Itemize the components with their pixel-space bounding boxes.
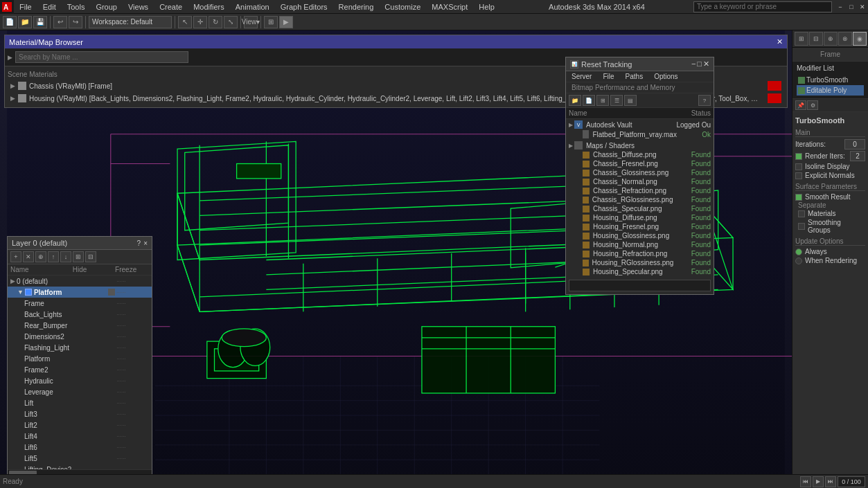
rt-tool-file[interactable]: 📄 <box>583 95 595 106</box>
explicit-normals-checkbox[interactable] <box>795 172 802 179</box>
list-item[interactable]: Flashing_Light ··· ··· <box>8 342 152 353</box>
rt-menu-server[interactable]: Server <box>566 71 597 82</box>
menu-group[interactable]: Group <box>90 1 123 12</box>
list-item[interactable]: Lift6 ··· ··· <box>8 442 152 453</box>
menu-maxscript[interactable]: MAXScript <box>426 1 473 12</box>
search-input[interactable] <box>694 3 831 10</box>
explicit-normals-row[interactable]: Explicit Normals <box>795 171 865 180</box>
time-play-btn[interactable]: ▶ <box>813 476 824 487</box>
time-prev-btn[interactable]: ⏮ <box>800 476 811 487</box>
mat-browser-title-bar[interactable]: Material/Map Browser ✕ <box>5 35 787 48</box>
list-item[interactable]: Hydraulic ··· ··· <box>8 375 152 386</box>
menu-tools[interactable]: Tools <box>62 1 91 12</box>
layer-delete-btn[interactable]: ✕ <box>23 251 34 262</box>
smooth-result-row[interactable]: Smooth Result <box>795 192 865 201</box>
frame-counter[interactable]: 0 / 100 <box>838 476 865 487</box>
when-rendering-radio[interactable] <box>795 257 802 264</box>
mod-pin-btn[interactable]: 📌 <box>795 100 806 110</box>
layer-tool-1[interactable]: ⊕ <box>35 251 46 262</box>
modifier-item-editable-poly[interactable]: Editable Poly <box>797 85 864 96</box>
list-item[interactable]: Lift3 ··· ··· <box>8 408 152 419</box>
list-item[interactable]: Frame2 ··· ··· <box>8 364 152 375</box>
smoothing-groups-row[interactable]: Smoothing Groups <box>798 218 865 235</box>
open-btn[interactable]: 📁 <box>18 16 32 28</box>
render-iters-checkbox[interactable] <box>795 153 802 160</box>
mat-browser-search-input[interactable] <box>15 51 188 63</box>
save-btn[interactable]: 💾 <box>33 16 47 28</box>
rt-icon-3[interactable]: ⊕ <box>824 32 838 46</box>
materials-row[interactable]: Materials <box>798 209 865 218</box>
undo-btn[interactable]: ↩ <box>53 16 67 28</box>
workspace-dropdown[interactable]: Workspace: Default <box>89 16 172 28</box>
list-item[interactable]: ▶ Maps / Shaders <box>569 141 711 150</box>
list-item[interactable]: Lifting_Device2 ··· ··· <box>8 464 152 469</box>
list-item[interactable]: Housing_Specular.png Found <box>569 267 711 276</box>
list-item[interactable]: Chassis_Fresnel.png Found <box>569 159 711 168</box>
list-item[interactable]: Lift5 ··· ··· <box>8 453 152 464</box>
modifier-item-turbsmooth[interactable]: TurboSmooth <box>797 75 864 85</box>
asset-tracking-minimize-button[interactable]: − <box>691 60 696 69</box>
asset-tracking-input[interactable] <box>569 280 711 291</box>
rt-menu-paths[interactable]: Paths <box>620 71 649 82</box>
list-item[interactable]: Chassis_Diffuse.png Found <box>569 150 711 159</box>
asset-tracking-close-button[interactable]: ✕ <box>703 60 709 69</box>
rt-icon-1[interactable]: ⊞ <box>795 32 808 46</box>
when-rendering-row[interactable]: When Rendering <box>795 256 865 265</box>
list-item[interactable]: Lift2 ··· ··· <box>8 419 152 431</box>
rt-tool-list[interactable]: ☰ <box>610 95 623 106</box>
list-item[interactable]: Rear_Bumper ··· ··· <box>8 320 152 331</box>
list-item[interactable]: Housing_Refraction.png Found <box>569 249 711 258</box>
mod-configure-btn[interactable]: ⚙ <box>807 100 818 110</box>
move-btn[interactable]: ✛ <box>193 16 207 28</box>
menu-edit[interactable]: Edit <box>37 1 62 12</box>
iterations-input[interactable] <box>844 139 865 150</box>
layer-tool-4[interactable]: ⊞ <box>73 251 84 262</box>
list-item[interactable]: Housing_Normal.png Found <box>569 240 711 249</box>
rt-tool-table[interactable]: ▤ <box>624 95 637 106</box>
smoothing-groups-checkbox[interactable] <box>798 223 805 230</box>
time-next-btn[interactable]: ⏭ <box>825 476 836 487</box>
rt-menu-file[interactable]: File <box>597 71 619 82</box>
rt-menu-options[interactable]: Options <box>648 71 683 82</box>
always-row[interactable]: Always <box>795 247 865 256</box>
menu-help[interactable]: Help <box>473 1 500 12</box>
layer-panel-close-button[interactable]: × <box>143 240 148 247</box>
list-item[interactable]: ▼ Platform ··· ··· <box>8 287 152 298</box>
list-item[interactable]: ▶ 0 (default) ··· ··· <box>8 275 152 287</box>
rt-icon-4[interactable]: ⊗ <box>838 32 852 46</box>
list-item[interactable]: Chassis_Normal.png Found <box>569 177 711 186</box>
list-item[interactable]: Back_Lights ··· ··· <box>8 309 152 320</box>
list-item[interactable]: Chassis_Refraction.png Found <box>569 186 711 195</box>
list-item[interactable]: Housing_Diffuse.png Found <box>569 213 711 222</box>
menu-animation[interactable]: Animation <box>230 1 275 12</box>
rt-tool-grid[interactable]: ⊞ <box>596 95 609 106</box>
render-btn[interactable]: ▶ <box>279 16 293 28</box>
rotate-btn[interactable]: ↻ <box>209 16 222 28</box>
ref-coord-btn[interactable]: View▾ <box>244 16 258 28</box>
list-item[interactable]: ▶ V Autodesk Vault Logged Ou <box>569 120 711 129</box>
menu-file[interactable]: File <box>14 1 37 12</box>
list-item[interactable]: Lift ··· ··· <box>8 397 152 408</box>
rt-icon-5[interactable]: ◉ <box>853 32 867 46</box>
maximize-button[interactable]: □ <box>846 0 857 14</box>
render-iters-input[interactable] <box>850 151 865 161</box>
rt-tool-help[interactable]: ? <box>698 95 711 106</box>
layer-panel-title[interactable]: Layer 0 (default) ? × <box>8 237 152 250</box>
list-item[interactable]: Chassis_Specular.png Found <box>569 204 711 213</box>
list-item[interactable]: Platform ··· ··· <box>8 353 152 364</box>
rt-icon-2[interactable]: ⊟ <box>809 32 823 46</box>
materials-checkbox[interactable] <box>798 210 805 217</box>
smooth-result-checkbox[interactable] <box>795 194 802 201</box>
mat-browser-close-button[interactable]: ✕ <box>777 37 783 46</box>
layer-tool-3[interactable]: ↓ <box>60 251 71 262</box>
asset-tracking-maximize-button[interactable]: □ <box>697 60 702 69</box>
layer-tool-2[interactable]: ↑ <box>48 251 59 262</box>
menu-create[interactable]: Create <box>154 1 188 12</box>
close-button[interactable]: ✕ <box>857 0 868 14</box>
list-item[interactable]: Lift4 ··· ··· <box>8 431 152 442</box>
search-area[interactable] <box>693 1 832 12</box>
asset-tracking-title-bar[interactable]: 📊 Reset Tracking − □ ✕ <box>566 57 714 71</box>
list-item[interactable]: Housing_Fresnel.png Found <box>569 222 711 231</box>
menu-modifiers[interactable]: Modifiers <box>188 1 230 12</box>
viewport-area[interactable]: [+] [Perspective] [Shaded + Edged Faces]… <box>0 30 792 488</box>
